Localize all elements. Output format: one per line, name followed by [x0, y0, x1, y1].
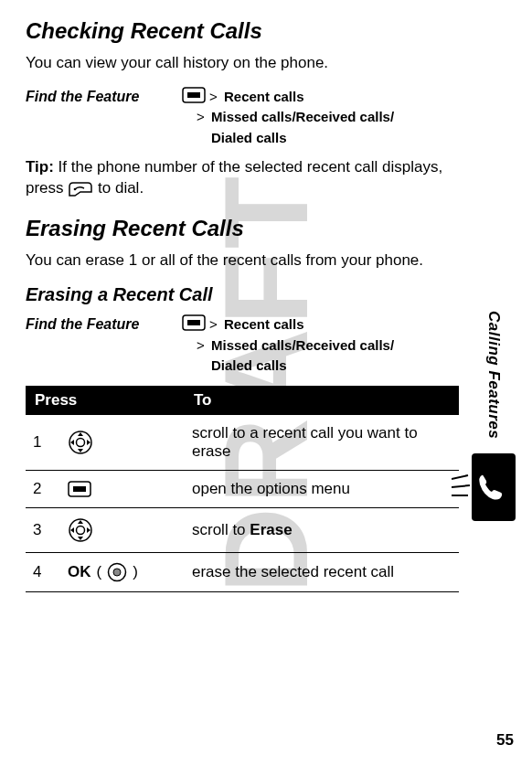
svg-point-6 [77, 438, 85, 446]
feature-path-2: > Recent calls > Missed calls/Received c… [182, 314, 394, 377]
table-row: 4 OK ( ) [26, 552, 459, 591]
feature-path-1: > Recent calls > Missed calls/Received c… [182, 87, 394, 149]
breadcrumb-separator: > [209, 314, 220, 335]
page-number: 55 [496, 731, 514, 750]
step-number: 4 [26, 552, 60, 591]
svg-rect-1 [187, 92, 200, 98]
tip-label: Tip: [26, 158, 54, 176]
menu-key-icon [182, 314, 206, 335]
path-dialed-calls: Dialed calls [211, 356, 287, 377]
svg-point-20 [113, 569, 121, 576]
open-paren: ( [97, 563, 102, 581]
sidebar-section-label: Calling Features [484, 311, 503, 439]
subheading-erasing-a-recent-call: Erasing a Recent Call [26, 284, 459, 305]
table-header-row: Press To [26, 386, 459, 415]
find-the-feature-label: Find the Feature [26, 87, 167, 105]
svg-rect-12 [73, 486, 86, 492]
intro-text-1: You can view your call history on the ph… [26, 53, 459, 74]
table-row: 3 [26, 507, 459, 552]
speed-lines-icon [455, 473, 475, 501]
step-press: OK ( ) [60, 552, 185, 591]
breadcrumb-separator: > [197, 107, 207, 128]
table-row: 2 open the options menu [26, 470, 459, 507]
find-the-feature-label: Find the Feature [26, 314, 167, 333]
step-number: 2 [26, 470, 60, 507]
menu-key-icon [182, 87, 206, 108]
svg-point-14 [77, 526, 85, 534]
col-to: To [185, 386, 459, 415]
step-press [60, 507, 185, 552]
breadcrumb-separator: > [209, 87, 220, 108]
svg-rect-4 [187, 320, 200, 325]
step-to-prefix: scroll to [192, 521, 250, 538]
phone-tab-icon [472, 453, 516, 521]
step-number: 3 [26, 507, 60, 552]
tip-after: to dial. [93, 179, 144, 197]
center-key-icon [107, 562, 127, 582]
step-number: 1 [26, 415, 60, 471]
svg-point-2 [74, 188, 77, 191]
step-to: open the options menu [185, 470, 459, 507]
step-press [60, 470, 185, 507]
heading-erasing-recent-calls: Erasing Recent Calls [26, 216, 459, 241]
path-dialed-calls: Dialed calls [211, 128, 287, 149]
handset-icon [474, 472, 505, 503]
table-row: 1 scroll t [26, 415, 459, 471]
nav-key-icon [68, 517, 93, 543]
path-recent-calls: Recent calls [224, 314, 304, 335]
tip-text: Tip: If the phone number of the selected… [26, 157, 459, 199]
step-to: scroll to Erase [185, 507, 459, 552]
step-to: erase the selected recent call [185, 552, 459, 591]
find-the-feature-block-1: Find the Feature > Recent calls > Missed… [26, 87, 459, 149]
send-key-icon [68, 181, 93, 197]
steps-table: Press To 1 [26, 386, 459, 592]
path-missed-received: Missed calls/Received calls/ [211, 107, 394, 128]
svg-line-22 [452, 485, 470, 487]
step-press [60, 415, 185, 471]
menu-key-icon [68, 481, 91, 497]
close-paren: ) [133, 563, 138, 581]
ok-label: OK [68, 563, 91, 581]
sidebar: Calling Features [472, 311, 516, 521]
intro-text-2: You can erase 1 or all of the recent cal… [26, 250, 459, 271]
col-press: Press [26, 386, 185, 415]
step-to-erase: Erase [250, 521, 292, 538]
step-to: scroll to a recent call you want to eras… [185, 415, 459, 471]
find-the-feature-block-2: Find the Feature > Recent calls > Missed… [26, 314, 459, 377]
nav-key-icon [68, 430, 93, 455]
svg-line-21 [452, 475, 468, 479]
path-missed-received: Missed calls/Received calls/ [211, 335, 394, 356]
path-recent-calls: Recent calls [224, 87, 304, 108]
heading-checking-recent-calls: Checking Recent Calls [26, 18, 459, 44]
breadcrumb-separator: > [197, 335, 207, 356]
